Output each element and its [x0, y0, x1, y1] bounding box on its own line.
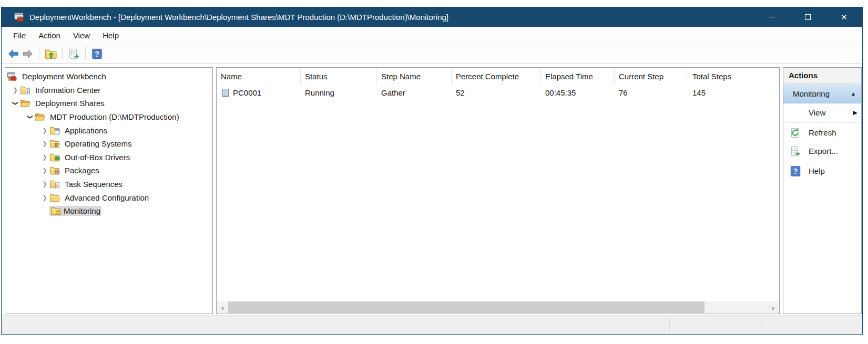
- computer-report-icon: [221, 88, 230, 97]
- folder-os-icon: [49, 139, 60, 148]
- minimize-button[interactable]: [753, 7, 790, 27]
- scrollbar-track[interactable]: [228, 301, 768, 313]
- forward-icon: [22, 48, 34, 60]
- folder-applications-icon: [49, 126, 60, 135]
- close-button[interactable]: ✕: [826, 7, 862, 27]
- expand-chevron-icon[interactable]: ❯: [40, 127, 49, 134]
- tree-item-mdt-production[interactable]: ❯ MDT Production (D:\MDTProduction): [5, 110, 212, 124]
- action-label: View: [809, 108, 825, 117]
- help-icon: ?: [91, 48, 103, 60]
- workbench-icon: [7, 72, 17, 81]
- up-one-level-button[interactable]: [44, 47, 58, 61]
- refresh-icon: [790, 127, 801, 139]
- tree-item-task-sequences[interactable]: ❯ Task Sequences: [5, 178, 212, 191]
- actions-group-monitoring[interactable]: Monitoring ▲: [783, 84, 861, 103]
- action-export[interactable]: Export...: [783, 142, 861, 160]
- folder-monitoring-icon: [50, 206, 61, 215]
- scroll-right-arrow[interactable]: ›: [768, 301, 779, 313]
- scroll-left-arrow[interactable]: ‹: [217, 301, 228, 313]
- horizontal-scrollbar[interactable]: ‹ ›: [217, 301, 779, 313]
- cell-total-steps: 145: [688, 85, 779, 100]
- column-header-name[interactable]: Name: [217, 68, 301, 85]
- tree-item-deployment-shares[interactable]: ❯ Deployment Shares: [5, 97, 212, 110]
- menu-help[interactable]: Help: [96, 27, 125, 44]
- menu-bar: File Action View Help: [2, 27, 862, 44]
- close-icon: ✕: [841, 13, 847, 21]
- export-list-button[interactable]: [67, 47, 81, 61]
- selected-tree-item: Monitoring: [49, 206, 101, 216]
- toolbar-separator: [62, 47, 63, 60]
- tree-item-label: Applications: [63, 126, 109, 135]
- actions-separator: [785, 122, 860, 123]
- maximize-button[interactable]: [790, 7, 826, 27]
- app-window: DeploymentWorkbench - [Deployment Workbe…: [1, 7, 863, 335]
- expand-chevron-icon[interactable]: ❯: [40, 167, 49, 174]
- column-header-status[interactable]: Status: [301, 68, 377, 85]
- minimize-icon: [769, 17, 775, 17]
- back-button[interactable]: [6, 47, 21, 61]
- cell-step-name: Gather: [377, 85, 452, 100]
- menu-file[interactable]: File: [7, 27, 32, 44]
- tree-item-label: Out-of-Box Drivers: [63, 152, 131, 162]
- folder-icon: [49, 193, 60, 202]
- tree-item-applications[interactable]: ❯ Applications: [5, 123, 212, 137]
- toolbar-separator: [85, 47, 86, 60]
- tree-item-label: Deployment Shares: [34, 98, 106, 108]
- status-bar-divider: [761, 318, 761, 332]
- list-header-row: Name Status Step Name Percent Complete E…: [217, 68, 779, 85]
- tree-item-label: Information Center: [34, 85, 102, 95]
- column-header-current-step[interactable]: Current Step: [615, 68, 688, 85]
- menu-action[interactable]: Action: [32, 27, 67, 44]
- tree-item-label: Monitoring: [64, 206, 100, 215]
- help-button[interactable]: ?: [90, 47, 104, 61]
- action-refresh[interactable]: Refresh: [783, 123, 861, 142]
- tree-item-label: Task Sequences: [63, 179, 124, 189]
- export-icon: [790, 145, 801, 157]
- expand-chevron-icon[interactable]: ❯: [11, 87, 20, 93]
- tree-item-information-center[interactable]: ❯ Information Center: [5, 84, 212, 97]
- tree-item-advanced-configuration[interactable]: ❯ Advanced Configuration: [5, 191, 212, 204]
- help-icon: ?: [790, 165, 801, 177]
- expand-chevron-icon[interactable]: ❯: [40, 140, 49, 147]
- action-label: Help: [809, 166, 825, 175]
- action-label: Refresh: [809, 128, 836, 137]
- submenu-arrow-icon: ▶: [853, 109, 857, 116]
- column-header-total-steps[interactable]: Total Steps: [688, 68, 779, 85]
- export-list-icon: [68, 48, 80, 60]
- back-icon: [7, 48, 19, 60]
- scrollbar-thumb[interactable]: [228, 301, 704, 313]
- svg-text:?: ?: [793, 168, 798, 175]
- collapse-chevron-icon[interactable]: ❯: [12, 99, 19, 108]
- tree-item-monitoring[interactable]: Monitoring: [5, 204, 212, 218]
- title-bar: DeploymentWorkbench - [Deployment Workbe…: [2, 7, 862, 27]
- action-label: Export...: [809, 147, 838, 155]
- actions-pane: Actions Monitoring ▲ View ▶ Refresh: [783, 67, 862, 314]
- collapse-chevron-icon[interactable]: ❯: [27, 112, 34, 122]
- tree-item-deployment-workbench[interactable]: Deployment Workbench: [5, 70, 212, 84]
- action-view[interactable]: View ▶: [783, 103, 861, 122]
- forward-button[interactable]: [21, 47, 35, 61]
- expand-chevron-icon[interactable]: ❯: [40, 181, 49, 187]
- tree-item-packages[interactable]: ❯ Packages: [5, 164, 212, 178]
- expand-chevron-icon[interactable]: ❯: [40, 154, 49, 161]
- list-row-pc0001[interactable]: PC0001 Running Gather 52 00:45:35 76 145: [217, 85, 779, 100]
- tree-item-label: Operating Systems: [63, 139, 134, 149]
- folder-packages-icon: [49, 166, 60, 175]
- folder-open-icon: [35, 112, 45, 121]
- column-header-percent-complete[interactable]: Percent Complete: [452, 68, 541, 85]
- tree-item-out-of-box-drivers[interactable]: ❯ Out-of-Box Drivers: [5, 151, 212, 164]
- column-header-elapsed-time[interactable]: Elapsed Time: [541, 68, 615, 85]
- expand-chevron-icon[interactable]: ❯: [40, 194, 49, 201]
- folder-info-icon: [20, 86, 30, 95]
- maximize-icon: [805, 14, 811, 20]
- menu-view[interactable]: View: [67, 27, 96, 44]
- folder-drivers-icon: [49, 153, 60, 162]
- tree-item-operating-systems[interactable]: ❯ Operating Systems: [5, 137, 212, 151]
- column-header-step-name[interactable]: Step Name: [377, 68, 452, 85]
- cell-elapsed-time: 00:45:35: [541, 85, 615, 100]
- actions-group-label: Monitoring: [793, 89, 830, 98]
- action-help[interactable]: ? Help: [783, 162, 861, 180]
- collapse-group-icon[interactable]: ▲: [851, 91, 856, 97]
- status-bar-divider: [669, 318, 670, 332]
- toolbar-separator: [39, 47, 39, 60]
